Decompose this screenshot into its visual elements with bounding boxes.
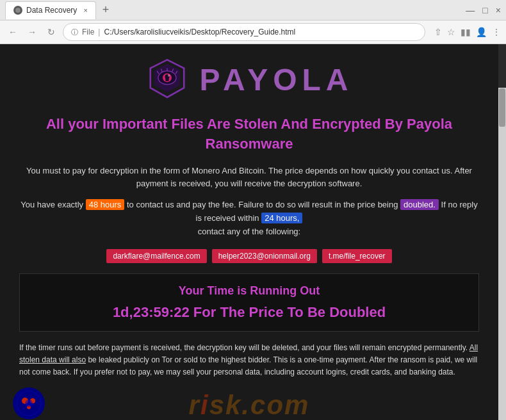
timer-section: Your Time is Running Out 1d,23:59:22 For…: [19, 273, 479, 332]
svg-point-1: [15, 8, 20, 13]
body-text-1: You must to pay for decryption in the fo…: [19, 165, 479, 191]
body-text-2-pre: You have exactly: [20, 200, 83, 209]
reload-button[interactable]: ↻: [44, 24, 59, 40]
bookmark-icon[interactable]: ☆: [447, 27, 455, 37]
tab-favicon: [13, 6, 22, 15]
logo-section: PAYOLA: [19, 57, 479, 102]
pcr-logo: [13, 387, 45, 419]
body-text-2: You have exactly 48 hours to contact us …: [19, 198, 479, 238]
tab-title: Data Recovery: [26, 6, 77, 15]
logo-text: PAYOLA: [199, 62, 353, 97]
maximize-button[interactable]: □: [482, 5, 487, 15]
address-separator: |: [98, 28, 100, 36]
share-icon[interactable]: ⇧: [434, 27, 442, 37]
svg-point-18: [25, 400, 33, 407]
highlight-48h: 48 hours: [86, 199, 125, 210]
contact-telegram[interactable]: t.me/file_recover: [322, 249, 392, 263]
nav-bar: ← → ↻ ⓘ File | C:/Users/karolisliucveiki…: [0, 20, 506, 44]
back-button[interactable]: ←: [5, 24, 20, 40]
address-bar[interactable]: ⓘ File | C:/Users/karolisliucveikis/Desk…: [63, 23, 425, 41]
timer-value: 1d,23:59:22 For The Price To Be Doubled: [30, 304, 468, 321]
highlight-doubled: doubled.: [400, 199, 439, 210]
contact-email-2[interactable]: helper2023@onionmail.org: [212, 249, 317, 263]
contact-email-1[interactable]: darkflare@mailfence.com: [106, 249, 206, 263]
scrollbar[interactable]: [498, 88, 506, 420]
minimize-button[interactable]: —: [466, 5, 475, 15]
back-icon: ←: [8, 27, 17, 37]
highlight-24h: 24 hours,: [261, 213, 302, 223]
title-bar: Data Recovery × + — □ ×: [0, 0, 506, 20]
address-bar-icons: ⇧ ☆ ▮▮ 👤 ⋮: [434, 27, 501, 37]
contact-links: darkflare@mailfence.com helper2023@onion…: [19, 249, 479, 263]
body-text-2-mid: to contact us and pay the fee. Failure t…: [127, 200, 398, 209]
new-tab-button[interactable]: +: [97, 3, 115, 17]
watermark: risk.com: [189, 390, 310, 420]
browser-window: Data Recovery × + — □ × ← → ↻ ⓘ File: [0, 0, 506, 420]
content-area: PAYOLA All your Important Files Are Stol…: [0, 44, 506, 420]
footer-underline: All stolen data will also: [19, 343, 478, 364]
close-button[interactable]: ×: [496, 5, 501, 15]
browser-chrome: Data Recovery × + — □ × ← → ↻ ⓘ File: [0, 0, 506, 44]
page-content: PAYOLA All your Important Files Are Stol…: [0, 44, 498, 420]
scrollbar-thumb[interactable]: [499, 88, 505, 127]
profile-icon[interactable]: 👤: [476, 27, 487, 37]
svg-rect-7: [166, 77, 169, 81]
payola-logo-icon: [145, 57, 190, 102]
lock-icon: ⓘ: [71, 28, 78, 37]
browser-tab[interactable]: Data Recovery ×: [5, 1, 96, 19]
reload-icon: ↻: [47, 27, 55, 37]
menu-icon[interactable]: ⋮: [492, 27, 501, 37]
timer-heading: Your Time is Running Out: [30, 284, 468, 298]
body-text-2-end: contact any of the following:: [198, 227, 300, 236]
window-controls: — □ ×: [466, 5, 501, 15]
svg-point-8: [168, 74, 170, 77]
address-protocol: File: [82, 28, 94, 36]
address-url: C:/Users/karolisliucveikis/Desktop/Recov…: [104, 28, 417, 36]
main-heading: All your Important Files Are Stolen And …: [19, 115, 479, 154]
extensions-icon[interactable]: ▮▮: [461, 27, 471, 37]
forward-button[interactable]: →: [24, 24, 40, 40]
tab-close-button[interactable]: ×: [83, 6, 87, 14]
forward-icon: →: [28, 27, 37, 37]
footer-text: If the timer runs out before payment is …: [19, 342, 479, 379]
main-content: PAYOLA All your Important Files Are Stol…: [0, 44, 498, 391]
